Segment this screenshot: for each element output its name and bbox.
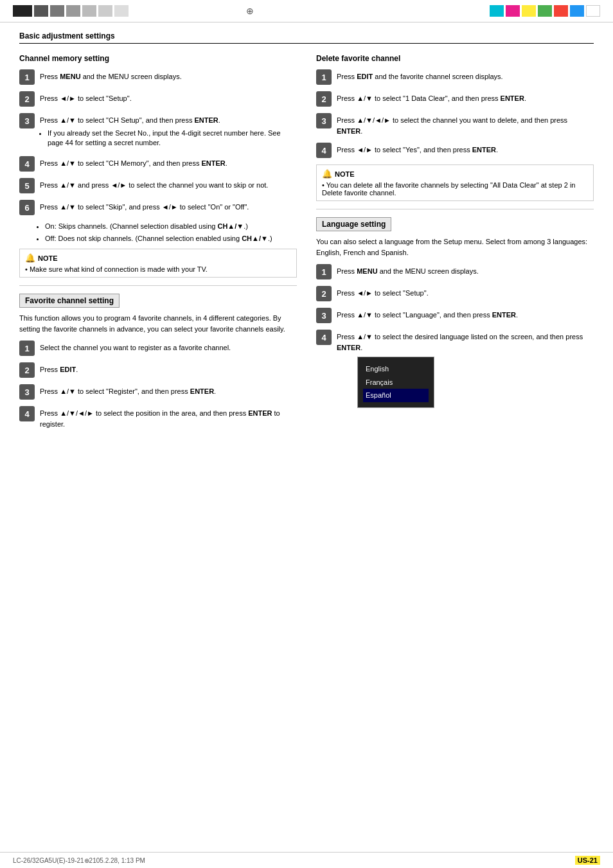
language-description: You can also select a language from the … [316, 236, 594, 258]
divider-1 [19, 285, 297, 286]
step-2-channel: 2 Press ◄/► to select "Setup". [19, 91, 297, 107]
bar-magenta [506, 5, 520, 17]
fav-step-4-content: Press ▲/▼/◄/► to select the position in … [40, 406, 297, 429]
delete-note-icon: 🔔 [322, 169, 332, 179]
header-center-symbol: ⊕ [246, 6, 254, 16]
lang-step-num-2: 2 [316, 286, 332, 301]
fav-step-num-1: 1 [19, 341, 35, 356]
step-5-channel: 5 Press ▲/▼ and press ◄/► to select the … [19, 178, 297, 193]
fav-step-num-3: 3 [19, 384, 35, 400]
two-column-layout: Channel memory setting 1 Press MENU and … [19, 54, 594, 436]
step-1-channel: 1 Press MENU and the MENU screen display… [19, 69, 297, 85]
step-4-channel: 4 Press ▲/▼ to select "CH Memory", and t… [19, 156, 297, 172]
step-num-5: 5 [19, 178, 35, 193]
main-content: Basic adjustment settings Channel memory… [0, 25, 613, 442]
favorite-description: This function allows you to program 4 fa… [19, 313, 297, 334]
bar-2 [34, 5, 48, 17]
bar-green [538, 5, 552, 17]
step-6-content: Press ▲/▼ to select "Skip", and press ◄/… [40, 200, 297, 213]
del-step-num-3: 3 [316, 113, 332, 128]
delete-note-text: • You can delete all the favorite channe… [322, 181, 588, 197]
step-1-favorite: 1 Select the channel you want to registe… [19, 341, 297, 356]
channel-memory-title: Channel memory setting [19, 54, 297, 63]
bar-5 [82, 5, 96, 17]
step-3-channel: 3 Press ▲/▼ to select "CH Setup", and th… [19, 113, 297, 150]
step-4-favorite: 4 Press ▲/▼/◄/► to select the position i… [19, 406, 297, 429]
step-1-content: Press MENU and the MENU screen displays. [40, 69, 297, 82]
page-num-badge: US-21 [575, 856, 600, 865]
step-num-4: 4 [19, 156, 35, 172]
footer-page-badge: US-21 [575, 856, 600, 864]
language-setting-section: Language setting You can also select a l… [316, 217, 594, 408]
lang-step-num-3: 3 [316, 308, 332, 323]
lang-step-2-content: Press ◄/► to select "Setup". [337, 286, 594, 299]
badge-us: US [578, 856, 587, 864]
del-step-2: 2 Press ▲/▼ to select "1 Data Clear", an… [316, 91, 594, 107]
step-5-content: Press ▲/▼ and press ◄/► to select the ch… [40, 178, 297, 191]
del-step-1: 1 Press EDIT and the favorite channel sc… [316, 69, 594, 85]
fav-step-num-2: 2 [19, 362, 35, 378]
note-icon: 🔔 [25, 253, 35, 263]
lang-option-spanish: Español [363, 389, 429, 402]
step-num-1: 1 [19, 69, 35, 85]
del-step-4: 4 Press ◄/► to select "Yes", and then pr… [316, 143, 594, 158]
step-3-content: Press ▲/▼ to select "CH Setup", and then… [40, 113, 297, 150]
step-4-content: Press ▲/▼ to select "CH Memory", and the… [40, 156, 297, 169]
del-step-3: 3 Press ▲/▼/◄/► to select the channel yo… [316, 113, 594, 136]
bar-6 [98, 5, 112, 17]
footer-right: 05.2.28, 1:13 PM [96, 857, 145, 864]
bar-red [554, 5, 568, 17]
right-column: Delete favorite channel 1 Press EDIT and… [316, 54, 594, 436]
lang-step-1-content: Press MENU and the MENU screen displays. [337, 264, 594, 277]
lang-step-3: 3 Press ▲/▼ to select "Language", and th… [316, 308, 594, 323]
del-step-4-content: Press ◄/► to select "Yes", and then pres… [337, 143, 594, 155]
bar-yellow [522, 5, 536, 17]
del-step-num-1: 1 [316, 69, 332, 85]
channel-skip-notes: On: Skips channels. (Channel selection d… [45, 222, 297, 244]
bar-3 [50, 5, 64, 17]
page-label: 21 [590, 856, 598, 864]
step-2-content: Press ◄/► to select "Setup". [40, 91, 297, 104]
language-selection-box: English Français Español [357, 357, 434, 408]
fav-step-num-4: 4 [19, 406, 35, 421]
favorite-channel-section: Favorite channel setting This function a… [19, 294, 297, 429]
step-num-3: 3 [19, 113, 35, 128]
footer: LC-26/32GA5U(E)-19-21 ⊕ 21 05.2.28, 1:13… [0, 852, 613, 868]
header-bar: ⊕ [0, 0, 613, 22]
step-6-channel: 6 Press ▲/▼ to select "Skip", and press … [19, 200, 297, 215]
step-2-favorite: 2 Press EDIT. [19, 362, 297, 378]
del-step-3-content: Press ▲/▼/◄/► to select the channel you … [337, 113, 594, 136]
delete-favorite-title: Delete favorite channel [316, 54, 594, 63]
fav-step-1-content: Select the channel you want to register … [40, 341, 297, 353]
bar-4 [66, 5, 80, 17]
del-step-1-content: Press EDIT and the favorite channel scre… [337, 69, 594, 82]
lang-step-4: 4 Press ▲/▼ to select the desired langua… [316, 330, 594, 408]
bar-blue [570, 5, 584, 17]
left-column: Channel memory setting 1 Press MENU and … [19, 54, 297, 436]
header-left-bars [13, 5, 129, 17]
channel-note-box: 🔔 NOTE • Make sure what kind of connecti… [19, 249, 297, 278]
footer-center: 21 [89, 857, 96, 864]
divider-2 [316, 209, 594, 209]
del-step-num-4: 4 [316, 143, 332, 158]
lang-step-3-content: Press ▲/▼ to select "Language", and then… [337, 308, 594, 321]
channel-note-title: 🔔 NOTE [25, 253, 291, 263]
language-setting-title: Language setting [316, 217, 391, 231]
step-3-favorite: 3 Press ▲/▼ to select "Register", and th… [19, 384, 297, 400]
lang-option-french: Français [363, 376, 429, 389]
page-title: Basic adjustment settings [19, 31, 594, 44]
del-step-2-content: Press ▲/▼ to select "1 Data Clear", and … [337, 91, 594, 104]
lang-step-num-4: 4 [316, 330, 332, 345]
bar-7 [114, 5, 129, 17]
footer-crosshair-left: ⊕ [84, 857, 89, 864]
delete-note-title: 🔔 NOTE [322, 169, 588, 179]
channel-note-text: • Make sure what kind of connection is m… [25, 265, 291, 273]
bar-cyan [490, 5, 504, 17]
delete-note-box: 🔔 NOTE • You can delete all the favorite… [316, 164, 594, 201]
lang-step-num-1: 1 [316, 264, 332, 279]
lang-option-english: English [363, 362, 429, 376]
lang-step-2: 2 Press ◄/► to select "Setup". [316, 286, 594, 301]
fav-step-3-content: Press ▲/▼ to select "Register", and then… [40, 384, 297, 397]
step-num-6: 6 [19, 200, 35, 215]
fav-step-2-content: Press EDIT. [40, 362, 297, 375]
